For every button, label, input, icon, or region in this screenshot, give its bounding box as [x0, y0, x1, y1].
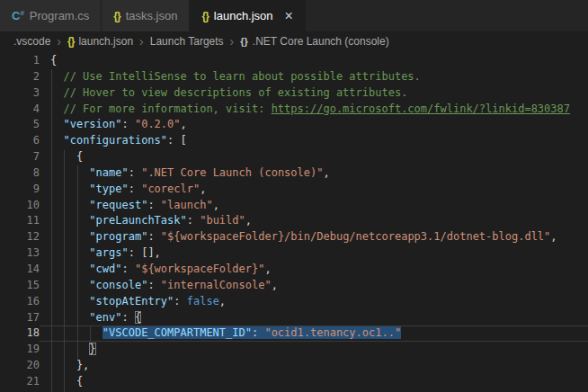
- code-token: :: [129, 183, 141, 195]
- breadcrumb-item-vscode[interactable]: .vscode: [13, 35, 50, 48]
- line-number[interactable]: 4: [0, 102, 40, 118]
- code-line[interactable]: "name": ".NET Core Launch (console)",: [40, 165, 588, 182]
- editor-row: 17 "env": {: [0, 310, 588, 326]
- line-number[interactable]: 18: [0, 325, 40, 342]
- code-rows: 1{2 // Use IntelliSense to learn about p…: [0, 53, 588, 390]
- code-line[interactable]: // Use IntelliSense to learn about possi…: [40, 69, 588, 85]
- editor-row: 11 "preLaunchTask": "build",: [0, 213, 588, 229]
- code-token: [50, 343, 89, 355]
- code-token: :: [121, 311, 134, 324]
- code-token: ,: [272, 279, 278, 291]
- code-token: :: [147, 279, 160, 291]
- code-line[interactable]: "configurations": [: [40, 133, 588, 149]
- editor: 1{2 // Use IntelliSense to learn about p…: [0, 51, 588, 392]
- line-number[interactable]: 9: [0, 182, 40, 198]
- line-number[interactable]: 1: [0, 53, 40, 69]
- code-token: [50, 134, 63, 147]
- code-line[interactable]: "request": "launch",: [40, 198, 588, 214]
- breadcrumb-label: Launch Targets: [150, 35, 224, 48]
- code-token: ,: [264, 263, 271, 275]
- editor-row: 8 "name": ".NET Core Launch (console)",: [0, 165, 588, 182]
- editor-row: 13 "args": [],: [0, 245, 588, 262]
- line-number[interactable]: 12: [0, 229, 40, 245]
- code-line[interactable]: "env": {: [40, 310, 588, 326]
- line-number[interactable]: 21: [0, 374, 40, 390]
- breadcrumb-item-launch-targets[interactable]: Launch Targets: [150, 35, 224, 48]
- code-line[interactable]: }: [40, 342, 588, 358]
- line-number[interactable]: 5: [0, 117, 40, 133]
- code-line[interactable]: "preLaunchTask": "build",: [40, 213, 588, 229]
- line-number[interactable]: 19: [0, 342, 40, 358]
- code-token: :: [187, 214, 200, 227]
- code-token: [50, 118, 63, 130]
- line-number[interactable]: 7: [0, 149, 40, 165]
- code-token: :: [129, 166, 141, 179]
- editor-row: 3 // Hover to view descriptions of exist…: [0, 85, 588, 102]
- code-line[interactable]: // For more information, visit: https://…: [40, 102, 588, 118]
- line-number[interactable]: 2: [0, 69, 40, 85]
- line-number[interactable]: 20: [0, 358, 40, 374]
- code-line[interactable]: "stopAtEntry": false,: [40, 294, 588, 310]
- code-token: "version": [63, 118, 121, 130]
- line-number[interactable]: 8: [0, 165, 40, 182]
- code-line[interactable]: "args": [],: [40, 245, 588, 262]
- code-token: ,: [213, 199, 219, 211]
- selected-text: :: [252, 326, 264, 339]
- code-token: "${workspaceFolder}/bin/Debug/netcoreapp…: [161, 230, 550, 243]
- code-line[interactable]: "console": "internalConsole",: [40, 278, 588, 294]
- line-number[interactable]: 15: [0, 278, 40, 294]
- code-token: [50, 246, 89, 259]
- code-token: :: [147, 199, 160, 211]
- code-line[interactable]: "version": "0.2.0",: [40, 117, 588, 133]
- code-line[interactable]: "type": "coreclr",: [40, 182, 588, 198]
- line-number[interactable]: 17: [0, 310, 40, 326]
- code-token: :: [174, 295, 186, 307]
- line-number[interactable]: 13: [0, 245, 40, 262]
- code-line[interactable]: {: [40, 53, 588, 69]
- code-token: "launch": [161, 199, 213, 211]
- code-token: :: [121, 118, 134, 130]
- tab-tasks-json[interactable]: {}tasks.json: [102, 0, 190, 31]
- indent-guide: [90, 326, 91, 343]
- code-token: ,: [219, 295, 226, 307]
- link[interactable]: https://go.microsoft.com/fwlink/?linkid=…: [272, 102, 570, 115]
- indent-guide: [77, 165, 78, 359]
- line-number[interactable]: 6: [0, 133, 40, 149]
- code-token: [50, 279, 89, 291]
- line-number[interactable]: 10: [0, 198, 40, 214]
- code-line[interactable]: },: [40, 358, 588, 374]
- editor-row: 2 // Use IntelliSense to learn about pos…: [0, 69, 588, 85]
- code-token: "internalConsole": [161, 279, 272, 291]
- chevron-right-icon: ›: [57, 35, 61, 48]
- selected-text: "ocid1.tenancy.oc1..": [264, 326, 401, 339]
- code-token: }: [89, 343, 95, 355]
- line-number[interactable]: 16: [0, 294, 40, 310]
- code-token: "name": [89, 166, 128, 179]
- code-line[interactable]: "VSCODE_COMPARTMENT_ID": "ocid1.tenancy.…: [40, 325, 588, 342]
- breadcrumb-item-net-core-launch-console[interactable]: {}.NET Core Launch (console): [240, 35, 388, 48]
- editor-row: 21 {: [0, 374, 588, 390]
- tab-program-cs[interactable]: C#Program.cs: [0, 0, 102, 31]
- line-number[interactable]: 11: [0, 213, 40, 229]
- code-line[interactable]: // Hover to view descriptions of existin…: [40, 85, 588, 102]
- code-line[interactable]: {: [40, 374, 588, 390]
- tab-label: tasks.json: [126, 9, 178, 22]
- code-token: "${workspaceFolder}": [135, 263, 265, 275]
- code-line[interactable]: "program": "${workspaceFolder}/bin/Debug…: [40, 229, 588, 245]
- code-line[interactable]: {: [40, 149, 588, 165]
- tab-launch-json[interactable]: {}launch.json×: [190, 0, 305, 31]
- code-token: [50, 214, 89, 227]
- indent-guide: [64, 150, 65, 392]
- editor-row: 10 "request": "launch",: [0, 198, 588, 214]
- code-token: "program": [89, 230, 147, 243]
- breadcrumb-item-launch-json[interactable]: {}launch.json: [67, 35, 133, 48]
- line-number[interactable]: 3: [0, 85, 40, 102]
- code-token: // Hover to view descriptions of existin…: [50, 86, 407, 99]
- close-icon[interactable]: ×: [285, 9, 293, 23]
- indent-guide: [51, 69, 52, 392]
- code-token: // For more information, visit:: [50, 102, 272, 115]
- code-token: "args": [89, 246, 128, 259]
- code-line[interactable]: "cwd": "${workspaceFolder}",: [40, 262, 588, 278]
- line-number[interactable]: 14: [0, 262, 40, 278]
- code-token: "type": [89, 183, 128, 195]
